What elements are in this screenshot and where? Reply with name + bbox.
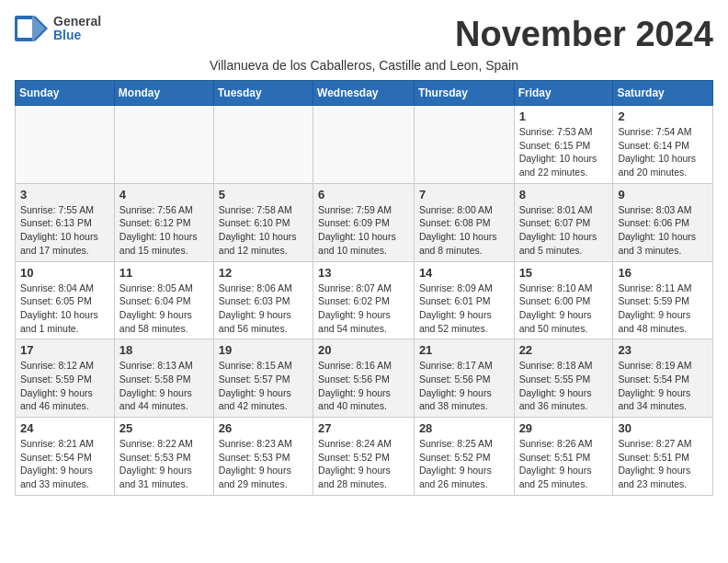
- calendar-cell: 18Sunrise: 8:13 AM Sunset: 5:58 PM Dayli…: [114, 339, 213, 418]
- logo-blue: Blue: [53, 29, 101, 42]
- calendar-cell: 15Sunrise: 8:10 AM Sunset: 6:00 PM Dayli…: [514, 261, 613, 339]
- day-info: Sunrise: 8:23 AM Sunset: 5:53 PM Dayligh…: [219, 437, 308, 491]
- calendar-cell: [16, 106, 115, 184]
- calendar-cell: 3Sunrise: 7:55 AM Sunset: 6:13 PM Daylig…: [16, 183, 115, 261]
- subtitle: Villanueva de los Caballeros, Castille a…: [15, 58, 713, 73]
- day-info: Sunrise: 8:18 AM Sunset: 5:55 PM Dayligh…: [519, 359, 609, 413]
- day-number: 16: [618, 266, 708, 280]
- calendar-cell: [313, 106, 415, 184]
- day-number: 20: [318, 343, 409, 357]
- day-number: 7: [419, 188, 509, 201]
- weekday-header-monday: Monday: [114, 81, 213, 106]
- day-info: Sunrise: 8:24 AM Sunset: 5:52 PM Dayligh…: [318, 437, 409, 491]
- calendar-cell: 29Sunrise: 8:26 AM Sunset: 5:51 PM Dayli…: [514, 418, 613, 496]
- calendar-cell: 7Sunrise: 8:00 AM Sunset: 6:08 PM Daylig…: [414, 183, 514, 261]
- day-number: 28: [419, 421, 509, 435]
- day-number: 12: [219, 266, 308, 280]
- day-number: 23: [618, 343, 708, 357]
- day-info: Sunrise: 7:53 AM Sunset: 6:15 PM Dayligh…: [519, 125, 609, 179]
- calendar-cell: 14Sunrise: 8:09 AM Sunset: 6:01 PM Dayli…: [414, 261, 514, 339]
- day-number: 19: [219, 343, 308, 357]
- day-info: Sunrise: 7:59 AM Sunset: 6:09 PM Dayligh…: [318, 203, 409, 258]
- calendar-cell: 20Sunrise: 8:16 AM Sunset: 5:56 PM Dayli…: [313, 339, 415, 418]
- calendar-cell: 23Sunrise: 8:19 AM Sunset: 5:54 PM Dayli…: [613, 339, 713, 418]
- day-number: 14: [419, 266, 509, 280]
- day-info: Sunrise: 8:09 AM Sunset: 6:01 PM Dayligh…: [419, 282, 509, 336]
- day-number: 27: [318, 421, 409, 435]
- day-number: 26: [219, 421, 308, 435]
- svg-rect-2: [17, 19, 32, 38]
- day-info: Sunrise: 8:21 AM Sunset: 5:54 PM Dayligh…: [20, 437, 109, 491]
- day-number: 18: [119, 343, 209, 357]
- day-info: Sunrise: 8:06 AM Sunset: 6:03 PM Dayligh…: [219, 282, 308, 336]
- day-number: 30: [618, 421, 708, 435]
- calendar-cell: 28Sunrise: 8:25 AM Sunset: 5:52 PM Dayli…: [414, 418, 514, 496]
- day-number: 3: [20, 188, 109, 201]
- day-number: 21: [419, 343, 509, 357]
- day-info: Sunrise: 8:15 AM Sunset: 5:57 PM Dayligh…: [219, 359, 308, 413]
- calendar-cell: 1Sunrise: 7:53 AM Sunset: 6:15 PM Daylig…: [514, 106, 613, 184]
- calendar-table: SundayMondayTuesdayWednesdayThursdayFrid…: [15, 80, 713, 496]
- logo-icon: [15, 16, 48, 41]
- calendar-cell: 13Sunrise: 8:07 AM Sunset: 6:02 PM Dayli…: [313, 261, 415, 339]
- calendar-cell: 4Sunrise: 7:56 AM Sunset: 6:12 PM Daylig…: [114, 183, 213, 261]
- day-info: Sunrise: 8:01 AM Sunset: 6:07 PM Dayligh…: [519, 203, 609, 258]
- day-number: 10: [20, 266, 109, 280]
- day-info: Sunrise: 8:05 AM Sunset: 6:04 PM Dayligh…: [119, 282, 209, 336]
- day-info: Sunrise: 8:11 AM Sunset: 5:59 PM Dayligh…: [618, 282, 708, 336]
- calendar-cell: 6Sunrise: 7:59 AM Sunset: 6:09 PM Daylig…: [313, 183, 415, 261]
- day-info: Sunrise: 8:00 AM Sunset: 6:08 PM Dayligh…: [419, 203, 509, 258]
- calendar-cell: 26Sunrise: 8:23 AM Sunset: 5:53 PM Dayli…: [213, 418, 313, 496]
- calendar-cell: [213, 106, 313, 184]
- weekday-header-tuesday: Tuesday: [213, 81, 313, 106]
- weekday-header-saturday: Saturday: [613, 81, 713, 106]
- calendar-cell: 21Sunrise: 8:17 AM Sunset: 5:56 PM Dayli…: [414, 339, 514, 418]
- month-title: November 2024: [455, 15, 713, 54]
- logo-general: General: [53, 15, 101, 29]
- day-number: 17: [20, 343, 109, 357]
- weekday-header-sunday: Sunday: [16, 81, 115, 106]
- calendar-cell: 2Sunrise: 7:54 AM Sunset: 6:14 PM Daylig…: [613, 106, 713, 184]
- calendar-cell: [114, 106, 213, 184]
- calendar-cell: 8Sunrise: 8:01 AM Sunset: 6:07 PM Daylig…: [514, 183, 613, 261]
- day-info: Sunrise: 8:19 AM Sunset: 5:54 PM Dayligh…: [618, 359, 708, 413]
- weekday-header-thursday: Thursday: [414, 81, 514, 106]
- weekday-header-friday: Friday: [514, 81, 613, 106]
- calendar-cell: 30Sunrise: 8:27 AM Sunset: 5:51 PM Dayli…: [613, 418, 713, 496]
- day-info: Sunrise: 8:04 AM Sunset: 6:05 PM Dayligh…: [20, 282, 109, 336]
- calendar-cell: 27Sunrise: 8:24 AM Sunset: 5:52 PM Dayli…: [313, 418, 415, 496]
- day-info: Sunrise: 8:12 AM Sunset: 5:59 PM Dayligh…: [20, 359, 109, 413]
- day-number: 15: [519, 266, 609, 280]
- day-number: 4: [119, 188, 209, 201]
- day-info: Sunrise: 8:07 AM Sunset: 6:02 PM Dayligh…: [318, 282, 409, 336]
- day-number: 13: [318, 266, 409, 280]
- day-info: Sunrise: 8:13 AM Sunset: 5:58 PM Dayligh…: [119, 359, 209, 413]
- day-info: Sunrise: 7:56 AM Sunset: 6:12 PM Dayligh…: [119, 203, 209, 258]
- calendar-cell: 10Sunrise: 8:04 AM Sunset: 6:05 PM Dayli…: [16, 261, 115, 339]
- logo: General Blue: [15, 15, 101, 43]
- day-info: Sunrise: 7:58 AM Sunset: 6:10 PM Dayligh…: [219, 203, 308, 258]
- calendar-cell: 25Sunrise: 8:22 AM Sunset: 5:53 PM Dayli…: [114, 418, 213, 496]
- calendar-cell: [414, 106, 514, 184]
- calendar-cell: 11Sunrise: 8:05 AM Sunset: 6:04 PM Dayli…: [114, 261, 213, 339]
- weekday-header-wednesday: Wednesday: [313, 81, 415, 106]
- day-number: 22: [519, 343, 609, 357]
- day-number: 11: [119, 266, 209, 280]
- day-info: Sunrise: 8:17 AM Sunset: 5:56 PM Dayligh…: [419, 359, 509, 413]
- calendar-cell: 17Sunrise: 8:12 AM Sunset: 5:59 PM Dayli…: [16, 339, 115, 418]
- calendar-cell: 22Sunrise: 8:18 AM Sunset: 5:55 PM Dayli…: [514, 339, 613, 418]
- day-number: 2: [618, 109, 708, 123]
- day-number: 29: [519, 421, 609, 435]
- day-number: 25: [119, 421, 209, 435]
- day-number: 24: [20, 421, 109, 435]
- day-info: Sunrise: 7:54 AM Sunset: 6:14 PM Dayligh…: [618, 125, 708, 179]
- calendar-cell: 12Sunrise: 8:06 AM Sunset: 6:03 PM Dayli…: [213, 261, 313, 339]
- day-info: Sunrise: 8:22 AM Sunset: 5:53 PM Dayligh…: [119, 437, 209, 491]
- calendar-cell: 9Sunrise: 8:03 AM Sunset: 6:06 PM Daylig…: [613, 183, 713, 261]
- day-number: 6: [318, 188, 409, 201]
- day-info: Sunrise: 8:25 AM Sunset: 5:52 PM Dayligh…: [419, 437, 509, 491]
- day-info: Sunrise: 8:03 AM Sunset: 6:06 PM Dayligh…: [618, 203, 708, 258]
- day-number: 9: [618, 188, 708, 201]
- day-info: Sunrise: 7:55 AM Sunset: 6:13 PM Dayligh…: [20, 203, 109, 258]
- day-info: Sunrise: 8:16 AM Sunset: 5:56 PM Dayligh…: [318, 359, 409, 413]
